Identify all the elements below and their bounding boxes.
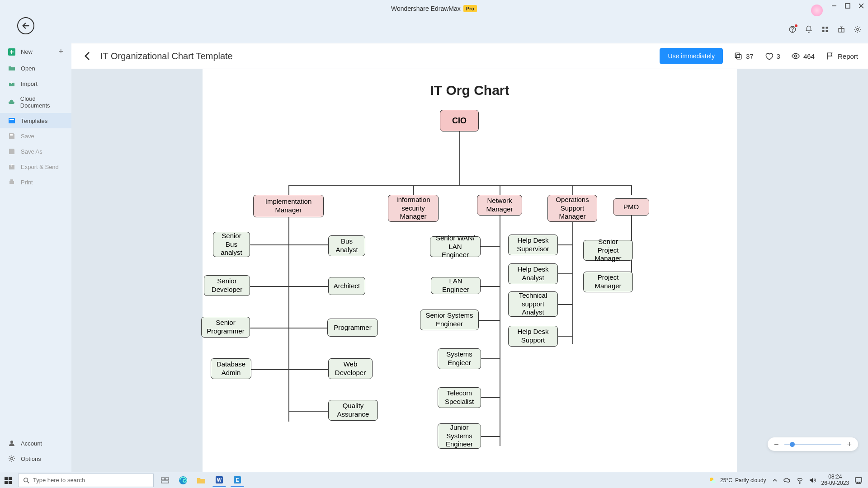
node-architect[interactable]: Architect (328, 277, 365, 295)
node-infosec-manager[interactable]: Information security Manager (388, 195, 439, 222)
node-project-manager[interactable]: Project Manager (583, 272, 633, 292)
sidebar-item-open[interactable]: Open (0, 61, 71, 76)
back-button[interactable] (81, 50, 93, 62)
svg-point-39 (799, 483, 800, 483)
svg-point-29 (24, 478, 28, 482)
copy-icon (734, 52, 743, 61)
sidebar-item-options[interactable]: Options (0, 451, 71, 466)
windows-icon (5, 477, 12, 484)
onedrive-icon[interactable] (783, 477, 791, 484)
node-systems-engineer[interactable]: Systems Engieer (438, 348, 481, 369)
report-label: Report (838, 52, 858, 60)
node-help-desk-support[interactable]: Help Desk Support (508, 326, 558, 347)
node-database-admin[interactable]: Database Admin (211, 358, 251, 379)
zoom-thumb[interactable] (790, 442, 795, 447)
print-icon (8, 178, 15, 186)
weather-icon (708, 476, 717, 485)
avatar[interactable] (811, 5, 823, 16)
grid-icon[interactable] (821, 25, 829, 35)
svg-rect-25 (5, 477, 8, 480)
views-stat: 464 (791, 52, 815, 61)
node-senior-project-manager[interactable]: Senior Project Manager (583, 240, 633, 261)
sidebar-item-save: Save (0, 128, 71, 144)
svg-point-20 (10, 441, 13, 443)
org-chart: IT Org Chart CIO Implementation Manager … (203, 69, 737, 472)
node-senior-systems-engineer[interactable]: Senior Systems Engineer (420, 310, 479, 330)
minimize-icon[interactable] (831, 3, 837, 9)
node-help-desk-analyst[interactable]: Help Desk Analyst (508, 263, 558, 284)
use-immediately-button[interactable]: Use immediately (660, 48, 722, 64)
zoom-in-icon[interactable]: + (847, 440, 852, 449)
node-cio[interactable]: CIO (440, 110, 479, 131)
sidebar-item-label: Print (21, 179, 33, 186)
like-stat[interactable]: 3 (764, 52, 780, 61)
search-icon (23, 477, 29, 483)
start-button[interactable] (0, 472, 16, 488)
node-ops-support-manager[interactable]: Operations Support Manager (547, 195, 597, 222)
gear-icon[interactable] (854, 25, 862, 35)
chevron-up-icon[interactable] (772, 477, 778, 483)
copy-stat[interactable]: 37 (734, 52, 754, 61)
weather-temp: 25°C (720, 477, 732, 483)
node-network-manager[interactable]: Network Manager (477, 195, 522, 216)
node-bus-analyst[interactable]: Bus Analyst (328, 235, 365, 256)
node-help-desk-supervisor[interactable]: Help Desk Supervisor (508, 235, 558, 255)
sidebar-item-account[interactable]: Account (0, 436, 71, 451)
taskbar-search[interactable]: Type here to search (18, 474, 154, 487)
sidebar-item-cloud[interactable]: Cloud Documents (0, 91, 71, 113)
link (288, 217, 289, 422)
node-senior-developer[interactable]: Senior Developer (204, 275, 250, 296)
edrawmax-icon[interactable]: E (231, 474, 244, 487)
node-quality-assurance[interactable]: Quality Assurance (328, 400, 378, 421)
node-junior-systems-engineer[interactable]: Junior Systems Engineer (438, 423, 481, 449)
node-telecom-specialist[interactable]: Telecom Specialist (438, 387, 481, 408)
maximize-icon[interactable] (844, 3, 851, 9)
explorer-icon[interactable] (194, 474, 208, 487)
close-icon[interactable] (858, 3, 864, 9)
taskbar-right: 25°C Partly cloudy 08:24 26-09-2023 (708, 474, 868, 486)
saveas-icon (8, 148, 15, 155)
sidebar-item-import[interactable]: Import (0, 76, 71, 91)
task-view-icon[interactable] (158, 474, 172, 487)
clock[interactable]: 08:24 26-09-2023 (821, 474, 849, 486)
eye-icon (791, 52, 800, 61)
word-icon[interactable]: W (212, 474, 226, 487)
node-web-developer[interactable]: Web Developer (328, 358, 373, 379)
gift-icon[interactable] (837, 25, 845, 35)
bell-icon[interactable] (805, 25, 813, 35)
link (572, 222, 573, 344)
zoom-slider[interactable] (784, 444, 842, 445)
svg-rect-23 (735, 53, 740, 57)
sidebar-item-export: Export & Send (0, 159, 71, 174)
node-implementation-manager[interactable]: Implementation Manager (253, 195, 324, 217)
sidebar-item-label: Open (21, 65, 35, 72)
search-placeholder: Type here to search (33, 477, 85, 483)
sidebar-item-label: Save (21, 133, 34, 140)
wifi-icon[interactable] (796, 477, 803, 484)
sidebar-item-new[interactable]: New + (0, 43, 71, 61)
help-icon[interactable] (788, 25, 797, 35)
node-senior-bus-analyst[interactable]: Senior Bus analyst (213, 232, 250, 257)
report-button[interactable]: Report (826, 52, 858, 61)
node-programmer[interactable]: Programmer (327, 319, 378, 337)
node-lan-engineer[interactable]: LAN Engineer (431, 277, 481, 294)
window-controls (831, 3, 864, 9)
export-icon (8, 163, 15, 170)
edge-icon[interactable] (176, 474, 190, 487)
weather-widget[interactable]: 25°C Partly cloudy (708, 476, 766, 485)
node-senior-programmer[interactable]: Senior Programmer (201, 317, 250, 338)
canvas[interactable]: IT Org Chart CIO Implementation Manager … (203, 69, 737, 472)
node-pmo[interactable]: PMO (613, 198, 649, 216)
plus-icon[interactable]: + (58, 47, 63, 56)
sidebar-item-templates[interactable]: Templates (0, 113, 71, 128)
svg-rect-26 (9, 477, 12, 480)
action-center-icon[interactable] (854, 476, 863, 484)
clock-date: 26-09-2023 (821, 480, 849, 486)
node-senior-wan-lan[interactable]: Senior WAN/ LAN Engineer (430, 236, 481, 257)
volume-icon[interactable] (809, 477, 816, 484)
node-tech-support-analyst[interactable]: Technical support Analyst (508, 291, 558, 317)
back-circle-button[interactable] (17, 17, 34, 34)
zoom-control[interactable]: − + (768, 437, 858, 451)
zoom-out-icon[interactable]: − (774, 440, 779, 449)
sidebar-item-label: Import (21, 80, 38, 87)
